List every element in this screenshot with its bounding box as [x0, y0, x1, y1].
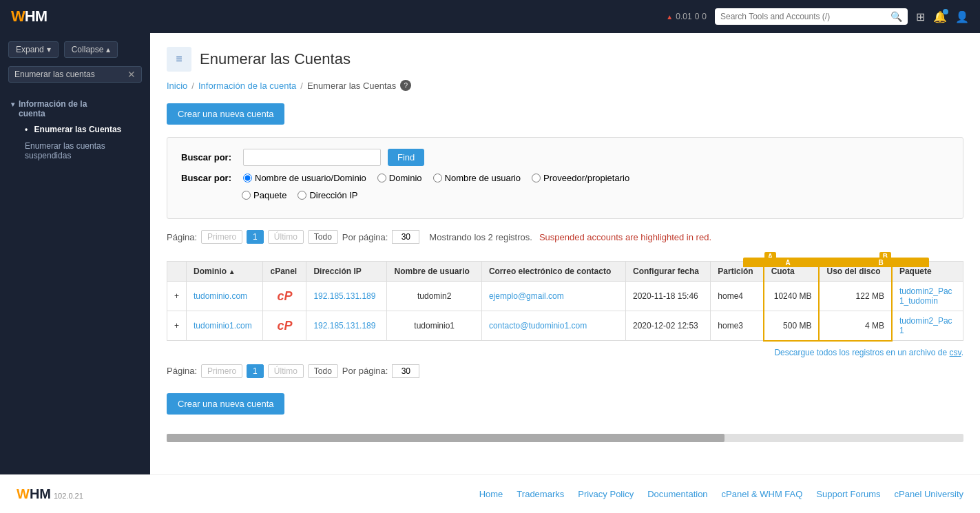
row1-cpanel[interactable]: cP: [263, 282, 306, 311]
todo-button-bottom[interactable]: Todo: [308, 364, 338, 378]
radio-proveedor[interactable]: Proveedor/propietario: [532, 173, 629, 183]
primero-button-bottom[interactable]: Primero: [201, 364, 242, 378]
row1-particion: home4: [711, 282, 764, 311]
row2-paquete: tudomin2_Pac1: [892, 311, 963, 341]
notification-dot: [943, 9, 948, 14]
sidebar-search[interactable]: ✕: [8, 66, 142, 83]
footer-version: 102.0.21: [54, 492, 83, 500]
page-title: Enumerar las Cuentas: [200, 50, 351, 68]
table-body: + tudominio.com cP 192.185.131.189 tudom…: [167, 282, 963, 341]
radio-ip[interactable]: Dirección IP: [298, 190, 357, 200]
topbar: WHM ▲ 0.01 0 0 🔍 ⊞ 🔔 👤: [0, 0, 980, 33]
footer-trademarks-link[interactable]: Trademarks: [517, 489, 564, 499]
grid-icon[interactable]: ⊞: [916, 10, 925, 23]
create-account-button-top[interactable]: Crear una nueva cuenta: [167, 103, 284, 125]
ultimo-button-top[interactable]: Último: [268, 230, 304, 244]
horizontal-scrollbar[interactable]: [167, 434, 963, 442]
buscar-label: Buscar por:: [181, 152, 236, 163]
row2-cpanel[interactable]: cP: [263, 311, 306, 341]
footer-home-link[interactable]: Home: [479, 489, 503, 499]
pagination-top: Página: Primero 1 Último Todo Por página…: [167, 230, 963, 244]
pagina-label-bottom: Página:: [167, 366, 197, 376]
search-row-radios2: Paquete Dirección IP: [242, 190, 949, 200]
sidebar-section: ▾ Información de lacuenta Enumerar las C…: [0, 91, 150, 169]
breadcrumb-parent[interactable]: Información de la cuenta: [198, 81, 296, 91]
breadcrumb-current: Enumerar las Cuentas: [307, 81, 396, 91]
page-header: ≡ Enumerar las Cuentas: [167, 47, 963, 72]
search-input[interactable]: [720, 12, 886, 21]
table-row: + tudominio.com cP 192.185.131.189 tudom…: [167, 282, 963, 311]
col-email: Correo electrónico de contacto: [481, 261, 625, 282]
search-row-radios: Buscar por: Nombre de usuario/Dominio Do…: [181, 173, 949, 183]
content-area: ≡ Enumerar las Cuentas Inicio / Informac…: [150, 33, 980, 474]
csv-download-link[interactable]: Descargue todos los registros en un arch…: [774, 348, 963, 357]
row2-dominio-link[interactable]: tudominio1.com: [194, 321, 252, 331]
user-icon[interactable]: 👤: [955, 10, 969, 23]
row1-paquete-link[interactable]: tudomin2_Pac1_tudomin: [899, 286, 952, 306]
scrollbar-thumb[interactable]: [167, 434, 724, 442]
cpanel-icon[interactable]: cP: [277, 289, 292, 303]
row2-expand[interactable]: +: [167, 311, 187, 341]
sidebar-clear-icon[interactable]: ✕: [127, 69, 136, 80]
row2-ip-link[interactable]: 192.185.131.189: [313, 321, 375, 331]
footer-support-link[interactable]: Support Forums: [816, 489, 880, 499]
radio-nombre-usuario[interactable]: Nombre de usuario: [433, 173, 521, 183]
buscar-por-label2: Buscar por:: [181, 173, 236, 183]
sidebar-search-input[interactable]: [14, 70, 123, 79]
radio-dominio[interactable]: Dominio: [377, 173, 422, 183]
expand-icon: ▾: [47, 45, 51, 54]
radio-nombre-usuario-dominio[interactable]: Nombre de usuario/Dominio: [243, 173, 366, 183]
row2-email-link[interactable]: contacto@tudominio1.com: [489, 321, 587, 331]
search-box[interactable]: 🔍: [715, 8, 908, 25]
per-page-input-top[interactable]: [392, 230, 419, 244]
sidebar-category-account-info[interactable]: ▾ Información de lacuenta: [11, 96, 139, 121]
cpanel-icon2[interactable]: cP: [277, 319, 292, 333]
todo-button-top[interactable]: Todo: [308, 230, 338, 244]
primero-button-top[interactable]: Primero: [201, 230, 242, 244]
search-row-input: Buscar por: Find: [181, 149, 949, 166]
footer-university-link[interactable]: cPanel University: [895, 489, 963, 499]
expand-button[interactable]: Expand ▾: [8, 41, 59, 58]
create-account-button-bottom[interactable]: Crear una nueva cuenta: [167, 393, 284, 415]
row1-ip-link[interactable]: 192.185.131.189: [313, 291, 375, 301]
sidebar-item-enumerar-suspendidas[interactable]: Enumerar las cuentas suspendidas: [11, 138, 139, 164]
row2-paquete-link[interactable]: tudomin2_Pac1: [899, 316, 952, 335]
footer-links: Home Trademarks Privacy Policy Documenta…: [479, 489, 963, 499]
footer-documentation-link[interactable]: Documentation: [647, 489, 707, 499]
row2-particion: home3: [711, 311, 764, 341]
topbar-right: ▲ 0.01 0 0 🔍 ⊞ 🔔 👤: [666, 8, 969, 25]
main-layout: Expand ▾ Collapse ▴ ✕ ▾ Información de l…: [0, 33, 980, 474]
footer-faq-link[interactable]: cPanel & WHM FAQ: [722, 489, 803, 499]
sidebar-item-enumerar-cuentas[interactable]: Enumerar las Cuentas: [11, 121, 139, 138]
footer: WHM 102.0.21 Home Trademarks Privacy Pol…: [0, 474, 980, 513]
row2-dominio: tudominio1.com: [187, 311, 263, 341]
collapse-button[interactable]: Collapse ▴: [64, 41, 118, 58]
search-form: Buscar por: Find Buscar por: Nombre de u…: [167, 137, 963, 219]
row1-usuario: tudomin2: [387, 282, 481, 311]
col-dominio[interactable]: Dominio: [187, 261, 263, 282]
page-1-button-bottom[interactable]: 1: [247, 364, 264, 378]
row1-fecha: 2020-11-18 15:46: [625, 282, 710, 311]
suspended-note: Suspended accounts are highlighted in re…: [539, 232, 711, 242]
row1-dominio-link[interactable]: tudominio.com: [194, 291, 247, 301]
pagina-label: Página:: [167, 232, 197, 242]
search-text-input[interactable]: [243, 149, 381, 166]
find-button[interactable]: Find: [388, 149, 424, 166]
search-icon[interactable]: 🔍: [890, 11, 902, 22]
ultimo-button-bottom[interactable]: Último: [268, 364, 304, 378]
page-icon: ≡: [167, 47, 191, 72]
col-ip: Dirección IP: [306, 261, 387, 282]
notification-icon[interactable]: 🔔: [933, 10, 947, 23]
page-1-button-top[interactable]: 1: [247, 230, 264, 244]
row1-expand[interactable]: +: [167, 282, 187, 311]
content-inner: ≡ Enumerar las Cuentas Inicio / Informac…: [150, 33, 980, 460]
por-pagina-label-bottom: Por página:: [342, 366, 388, 376]
help-icon[interactable]: ?: [400, 80, 411, 91]
col-fecha: Configurar fecha: [625, 261, 710, 282]
per-page-input-bottom[interactable]: [392, 364, 419, 378]
breadcrumb-home[interactable]: Inicio: [167, 81, 187, 91]
footer-privacy-link[interactable]: Privacy Policy: [578, 489, 634, 499]
radio-paquete[interactable]: Paquete: [242, 190, 286, 200]
col-expand: [167, 261, 187, 282]
row1-email-link[interactable]: ejemplo@gmail.com: [489, 291, 564, 301]
